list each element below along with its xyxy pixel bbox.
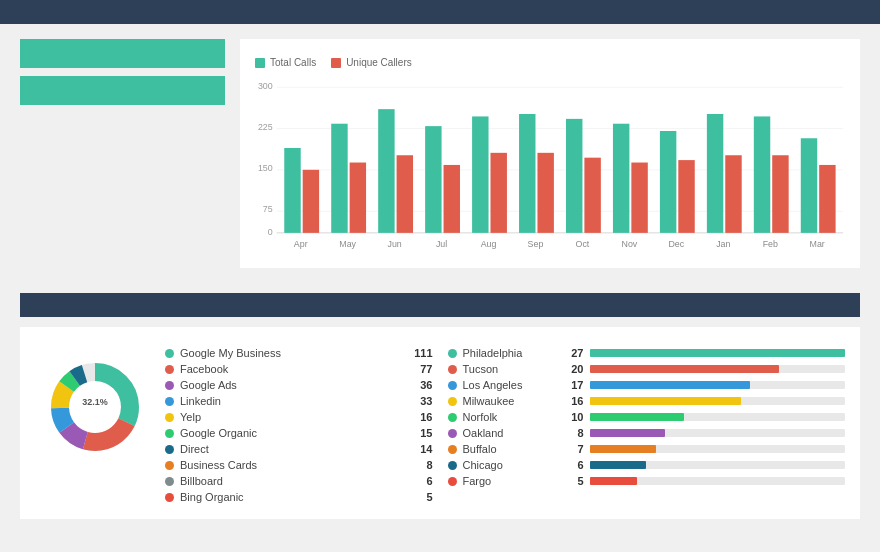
source-count: 16 — [405, 411, 433, 423]
svg-rect-13 — [331, 124, 347, 233]
city-bar-fill — [590, 445, 656, 453]
list-item: Google Organic 15 — [165, 427, 433, 439]
city-name: Buffalo — [463, 443, 553, 455]
source-dot — [165, 413, 174, 422]
source-count: 8 — [405, 459, 433, 471]
legend-unique-label: Unique Callers — [346, 57, 412, 68]
svg-rect-26 — [537, 153, 553, 233]
call-sources-panel: 32.1% Google My Business 111 Facebook 77… — [35, 339, 433, 507]
list-item: Business Cards 8 — [165, 459, 433, 471]
city-count: 8 — [559, 427, 584, 439]
city-bar-fill — [590, 477, 637, 485]
city-bar-fill — [590, 461, 647, 469]
city-bar-fill — [590, 429, 666, 437]
svg-rect-32 — [631, 163, 647, 233]
source-count: 14 — [405, 443, 433, 455]
city-bar-track — [590, 477, 846, 485]
source-count: 77 — [405, 363, 433, 375]
legend-unique: Unique Callers — [331, 57, 412, 68]
svg-rect-23 — [490, 153, 506, 233]
city-dot — [448, 365, 457, 374]
attribution-header — [20, 293, 860, 317]
city-name: Milwaukee — [463, 395, 553, 407]
city-name: Chicago — [463, 459, 553, 471]
svg-rect-22 — [472, 116, 488, 232]
city-name: Tucson — [463, 363, 553, 375]
source-name: Google Organic — [180, 427, 399, 439]
cities-panel: Philadelphia 27 Tucson 20 Los Angeles 17… — [448, 339, 846, 507]
city-bar-track — [590, 445, 846, 453]
chart-legend: Total Calls Unique Callers — [255, 57, 845, 68]
list-item: Facebook 77 — [165, 363, 433, 375]
city-dot — [448, 477, 457, 486]
volume-section: Total Calls Unique Callers 300 225 150 7… — [0, 0, 880, 283]
city-count: 5 — [559, 475, 584, 487]
source-count: 33 — [405, 395, 433, 407]
legend-unique-dot — [331, 58, 341, 68]
svg-rect-11 — [303, 170, 319, 233]
city-name: Fargo — [463, 475, 553, 487]
list-item: Philadelphia 27 — [448, 347, 846, 359]
source-name: Google Ads — [180, 379, 399, 391]
svg-rect-25 — [519, 114, 535, 233]
city-dot — [448, 349, 457, 358]
list-item: Los Angeles 17 — [448, 379, 846, 391]
source-name: Google My Business — [180, 347, 399, 359]
list-item: Buffalo 7 — [448, 443, 846, 455]
list-item: Linkedin 33 — [165, 395, 433, 407]
source-dot — [165, 477, 174, 486]
donut-chart: 32.1% — [35, 347, 155, 467]
source-name: Direct — [180, 443, 399, 455]
svg-rect-10 — [284, 148, 300, 233]
city-bar-track — [590, 413, 846, 421]
list-item: Yelp 16 — [165, 411, 433, 423]
list-item: Milwaukee 16 — [448, 395, 846, 407]
svg-rect-31 — [613, 124, 629, 233]
list-item: Direct 14 — [165, 443, 433, 455]
city-count: 27 — [559, 347, 584, 359]
list-item: Tucson 20 — [448, 363, 846, 375]
source-dot — [165, 461, 174, 470]
city-bar-fill — [590, 349, 846, 357]
list-item: Norfolk 10 — [448, 411, 846, 423]
source-name: Linkedin — [180, 395, 399, 407]
list-item: Chicago 6 — [448, 459, 846, 471]
svg-rect-19 — [425, 126, 441, 233]
svg-rect-29 — [584, 158, 600, 233]
svg-text:300: 300 — [258, 81, 273, 91]
source-count: 6 — [405, 475, 433, 487]
source-dot — [165, 445, 174, 454]
attribution-section: 32.1% Google My Business 111 Facebook 77… — [0, 293, 880, 534]
sources-list: Google My Business 111 Facebook 77 Googl… — [165, 347, 433, 507]
list-item: Fargo 5 — [448, 475, 846, 487]
cities-list: Philadelphia 27 Tucson 20 Los Angeles 17… — [448, 347, 846, 487]
svg-text:Jun: Jun — [387, 239, 401, 249]
bar-chart: 300 225 150 75 0 AprMayJunJulAugSepOctNo… — [255, 76, 845, 256]
city-bar-track — [590, 365, 846, 373]
svg-rect-35 — [678, 160, 694, 233]
list-item: Oakland 8 — [448, 427, 846, 439]
city-count: 10 — [559, 411, 584, 423]
city-bar-fill — [590, 381, 751, 389]
svg-text:Apr: Apr — [294, 239, 308, 249]
source-count: 5 — [405, 491, 433, 503]
source-dot — [165, 381, 174, 390]
city-count: 17 — [559, 379, 584, 391]
city-count: 20 — [559, 363, 584, 375]
svg-rect-16 — [378, 109, 394, 233]
svg-rect-14 — [350, 163, 366, 233]
source-name: Business Cards — [180, 459, 399, 471]
svg-text:150: 150 — [258, 163, 273, 173]
svg-text:Feb: Feb — [763, 239, 778, 249]
source-name: Billboard — [180, 475, 399, 487]
attribution-content: 32.1% Google My Business 111 Facebook 77… — [20, 327, 860, 519]
svg-text:Aug: Aug — [481, 239, 497, 249]
city-dot — [448, 429, 457, 438]
city-bar-fill — [590, 397, 741, 405]
city-bar-track — [590, 381, 846, 389]
svg-rect-41 — [772, 155, 788, 233]
source-count: 36 — [405, 379, 433, 391]
svg-rect-34 — [660, 131, 676, 233]
svg-rect-40 — [754, 116, 770, 232]
source-name: Yelp — [180, 411, 399, 423]
